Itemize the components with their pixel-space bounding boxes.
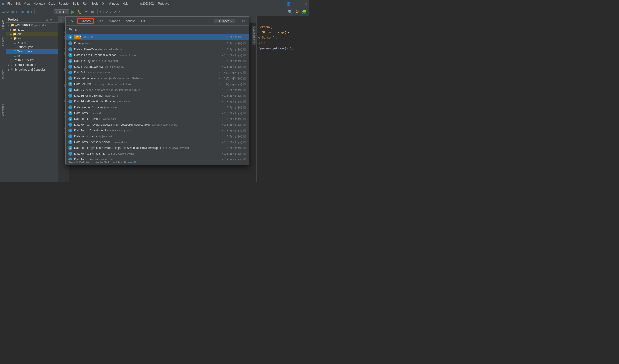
scratches-label: Scratches and Consoles: [14, 68, 46, 71]
debug-button[interactable]: 🐛: [77, 10, 83, 14]
result-item-11[interactable]: C DateEditorFormatter in JSpinner javax.…: [66, 98, 249, 104]
menu-navigate[interactable]: Navigate: [32, 1, 47, 6]
tree-item-root[interactable]: ▼ 📁 w20231024 D:\javacode\: [6, 23, 58, 28]
menu-file[interactable]: File: [6, 1, 14, 6]
result-item-3[interactable]: C Date in LocalGregorianCalendar sun.uti…: [66, 52, 249, 58]
nav-back-btn[interactable]: ←: [37, 9, 42, 14]
result-item-9[interactable]: C DateDV com.sun.org.apache.xerces.inter…: [66, 87, 249, 93]
result-item-17[interactable]: C DateFormatSymbols java.text < 1.8 (2) …: [66, 133, 249, 139]
result-icon-1: C: [69, 41, 72, 45]
result-item-12[interactable]: C DateFilter in RowFilter javax.swing < …: [66, 104, 249, 110]
result-item-18[interactable]: C DateFormatSymbolsProvider java.text.sp…: [66, 139, 249, 145]
iml-label: w20231024.iml: [14, 58, 34, 62]
search-results-list: C Date java.util < 1.8 (2) > (rt.jar) C …: [66, 34, 249, 159]
maximize-btn[interactable]: □: [300, 2, 302, 6]
checkmark-indicator: ✓: [253, 25, 255, 29]
result-item-0[interactable]: C Date java.util < 1.8 (2) > (rt.jar): [66, 34, 249, 40]
sidebar-close-icon[interactable]: —: [53, 18, 56, 21]
menu-help[interactable]: Help: [121, 1, 130, 6]
project-tree: ▼ 📁 w20231024 D:\javacode\ ▶ 📁 .idea ▶ 📁…: [6, 23, 58, 182]
config-icon: ●: [56, 10, 57, 14]
git-check-1[interactable]: ✓: [106, 10, 109, 14]
search-everywhere-btn[interactable]: 🔍: [287, 9, 294, 14]
result-item-4[interactable]: C Date in Gregorian sun.util.calendar < …: [66, 58, 249, 64]
git-push[interactable]: ↗: [113, 10, 116, 14]
next-tip-link[interactable]: Next Tip: [127, 161, 137, 164]
result-item-5[interactable]: C Date in JulianCalendar sun.util.calend…: [66, 64, 249, 70]
menu-window[interactable]: Window: [107, 1, 121, 6]
search-tab-symbols[interactable]: Symbols: [106, 19, 122, 23]
result-item-2[interactable]: C Date in BaseCalendar sun.util.calendar…: [66, 46, 249, 52]
result-item-10[interactable]: C DateEditor in JSpinner javax.swing < 1…: [66, 93, 249, 98]
vtab-structure[interactable]: Structure: [1, 68, 5, 83]
git-undo[interactable]: ↺: [117, 10, 120, 14]
result-item-7[interactable]: C DateCellBehavior com.sun.javafx.scene.…: [66, 75, 249, 81]
breadcrumb-file[interactable]: Test: [27, 10, 32, 14]
sidebar-collapse-icon[interactable]: ⊟: [46, 18, 48, 21]
search-magnifier-icon: 🔍: [69, 28, 73, 32]
result-item-8[interactable]: C DateCellSkin com.sun.javafx.scene.cont…: [66, 81, 249, 87]
tree-item-tearch[interactable]: ☰ Tearch.java: [6, 49, 58, 54]
result-item-15[interactable]: C DateFormatProviderDelegate in SPILocal…: [66, 122, 249, 128]
vtab-bookmarks[interactable]: Bookmarks: [1, 102, 5, 119]
search-tab-actions[interactable]: Actions: [123, 19, 138, 23]
tab-person-icon: C: [61, 18, 63, 21]
close-btn[interactable]: ✕: [305, 2, 308, 6]
result-pkg-0: java.util: [83, 35, 93, 39]
menu-view[interactable]: View: [22, 1, 32, 6]
result-item-19[interactable]: C DateFormatSymbolsProviderDelegate in S…: [66, 145, 249, 151]
menu-code[interactable]: Code: [47, 1, 57, 6]
result-item-6[interactable]: C DateCell javafx.scene.control < 1.8 (2…: [66, 70, 249, 75]
filter-icon[interactable]: ▽: [236, 19, 240, 23]
minimize-btn[interactable]: —: [294, 2, 297, 6]
layout-icon[interactable]: ⊟: [241, 19, 246, 23]
result-item-21[interactable]: C DateFormatter javax.swing.text < 1.8 (…: [66, 157, 249, 159]
menu-refactor[interactable]: Refactor: [57, 1, 71, 6]
tree-item-iml[interactable]: ⬛ w20231024.iml: [6, 58, 58, 62]
menu-build[interactable]: Build: [71, 1, 81, 6]
stop-button[interactable]: ⏹: [90, 10, 95, 14]
config-dropdown-icon: ▼: [65, 10, 67, 13]
menu-tools[interactable]: Tools: [90, 1, 100, 6]
result-item-20[interactable]: C DateFormatSymbolsImpl sun.util.locale.…: [66, 151, 249, 157]
sidebar-gear-icon[interactable]: ⚙: [49, 18, 52, 21]
sidebar-header: Project ⊟ ⚙ —: [6, 16, 58, 23]
tree-item-scratches[interactable]: ▶ ✎ Scratches and Consoles: [6, 67, 58, 72]
plugin-btn[interactable]: 🧩: [301, 9, 308, 14]
search-tab-git[interactable]: Git: [139, 19, 147, 23]
menu-git[interactable]: Git: [100, 1, 107, 6]
result-name-0: Date: [74, 35, 81, 39]
root-path: D:\javacode\: [31, 24, 46, 27]
avatar-icon[interactable]: 👤: [286, 2, 291, 6]
git-check-2[interactable]: ✓: [110, 10, 113, 14]
search-tab-classes[interactable]: Classes: [77, 18, 94, 24]
tree-item-src[interactable]: ▼ 📁 src: [6, 36, 58, 41]
coverage-button[interactable]: ☂: [84, 10, 89, 14]
tree-item-out[interactable]: ▶ 📁 out: [6, 32, 58, 36]
config-name: Test: [58, 10, 64, 14]
search-tab-files[interactable]: Files: [95, 19, 105, 23]
nav-fwd-btn[interactable]: →: [43, 9, 49, 14]
result-item-1[interactable]: C Date java.sql < 1.8 (2) > (rt.jar): [66, 40, 249, 46]
vtab-project[interactable]: Project: [1, 18, 5, 30]
tree-item-extlibs[interactable]: ▶ ⫶ External Libraries: [6, 62, 58, 67]
tree-item-test[interactable]: C Test: [6, 54, 58, 58]
vtab-commit[interactable]: Commit: [1, 35, 5, 48]
result-item-14[interactable]: C DateFormatProvider java.text.spi < 1.8…: [66, 116, 249, 122]
result-item-13[interactable]: C DateFormat java.text < 1.8 (2) > (rt.j…: [66, 110, 249, 116]
tree-item-student[interactable]: ☰ Student.java: [6, 45, 58, 49]
root-name: w20231024: [15, 23, 30, 27]
menu-edit[interactable]: Edit: [14, 1, 22, 6]
breadcrumb-src[interactable]: src: [20, 10, 24, 14]
settings-btn[interactable]: ⚙: [295, 9, 300, 14]
result-item-16[interactable]: C DateFormatProviderImpl sun.util.locale…: [66, 128, 249, 133]
search-tab-all[interactable]: All: [69, 19, 76, 23]
tree-item-person[interactable]: C Person: [6, 41, 58, 45]
all-places-selector[interactable]: All Places ▼: [214, 19, 235, 23]
menu-run[interactable]: Run: [81, 1, 90, 6]
tree-item-idea[interactable]: ▶ 📁 .idea: [6, 28, 58, 32]
breadcrumb-project[interactable]: w20231024: [2, 10, 17, 14]
run-button[interactable]: ▶: [70, 9, 76, 14]
run-config-selector[interactable]: ● Test ▼: [54, 9, 70, 14]
search-input[interactable]: [75, 28, 245, 32]
